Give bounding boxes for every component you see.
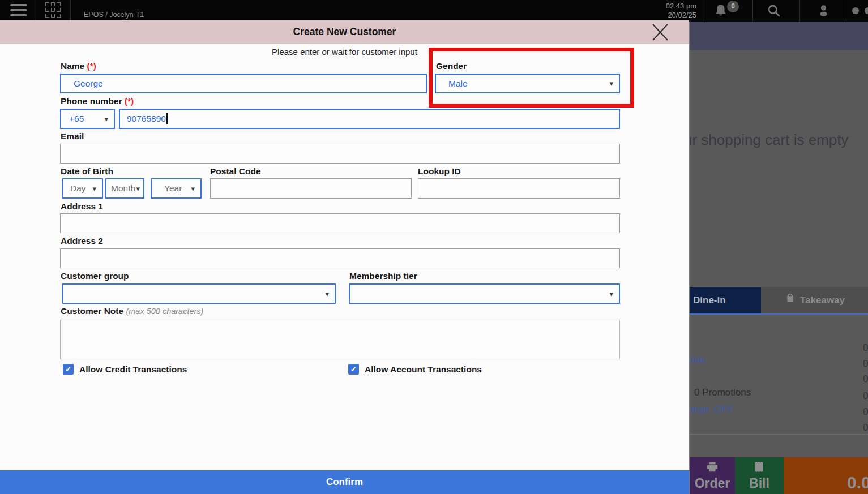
topbar-divider [799, 0, 800, 22]
notification-badge: 0 [727, 1, 739, 12]
chevron-down-icon: ▾ [609, 79, 613, 88]
user-account-icon[interactable] [816, 3, 831, 20]
membership-tier-label: Membership tier [349, 271, 417, 281]
tab-takeaway-label: Takeaway [800, 287, 845, 313]
more-options-icon[interactable] [852, 7, 859, 14]
customer-group-label: Customer group [61, 271, 129, 281]
topbar-divider [704, 0, 704, 22]
check-icon: ✓ [65, 364, 72, 373]
dob-day-select[interactable]: Day ▾ [62, 178, 103, 199]
phone-label: Phone number (*) [61, 96, 134, 106]
postal-code-input[interactable] [210, 178, 412, 199]
lookup-id-input[interactable] [418, 178, 620, 199]
cart-divider [690, 434, 868, 435]
email-input[interactable] [60, 144, 620, 164]
address2-label: Address 2 [61, 236, 103, 246]
promotions-text[interactable]: 0 Promotions [694, 387, 751, 398]
pay-button[interactable]: 0.0 [784, 457, 868, 494]
cart-amount: 0 [863, 390, 868, 402]
address1-input[interactable] [60, 213, 620, 233]
more-options-icon[interactable] [865, 7, 868, 14]
allow-credit-label: Allow Credit Transactions [79, 364, 187, 375]
chevron-down-icon: ▾ [191, 184, 195, 193]
cart-empty-message: ur shopping cart is empty [689, 131, 848, 149]
required-mark: (*) [125, 96, 134, 106]
apps-grid-icon[interactable] [45, 2, 63, 20]
shopping-cart-panel: ur shopping cart is empty Dine-in Takeaw… [689, 22, 868, 494]
promo-code-link[interactable]: ode [690, 354, 705, 366]
customer-group-select[interactable]: ▾ [62, 283, 336, 304]
cart-amount: 0 [863, 373, 868, 385]
required-mark: (*) [87, 61, 96, 71]
chevron-down-icon: ▾ [92, 184, 96, 193]
tab-dine-in[interactable]: Dine-in [690, 287, 761, 313]
order-type-tabs: Dine-in Takeaway [690, 287, 868, 315]
gender-select[interactable]: Male ▾ [435, 74, 620, 93]
lookup-id-label: Lookup ID [418, 166, 461, 177]
service-charge-link[interactable]: arge: OFF [690, 404, 733, 415]
takeaway-bag-icon [785, 287, 796, 313]
receipt-icon [752, 461, 766, 475]
bill-button[interactable]: Bill [735, 457, 784, 494]
allow-account-checkbox[interactable]: ✓ [348, 364, 359, 375]
cart-amount: 0 [863, 358, 868, 370]
cart-amount: 0 [863, 406, 868, 418]
email-label: Email [61, 131, 84, 141]
date-text: 20/02/25 [651, 11, 696, 20]
topbar-divider [36, 0, 36, 22]
top-bar: EPOS / Jocelyn-T1 02:43 pm 20/02/25 0 [0, 0, 868, 22]
phone-input[interactable]: 90765890 [119, 109, 620, 129]
dob-month-select[interactable]: Month ▾ [105, 178, 144, 199]
name-label: Name (*) [61, 61, 96, 71]
clock: 02:43 pm 20/02/25 [651, 2, 696, 20]
customer-note-label: Customer Note (max 500 characters) [61, 306, 203, 316]
tab-takeaway[interactable]: Takeaway [761, 287, 868, 313]
chevron-down-icon: ▾ [609, 290, 613, 298]
note-hint: (max 500 characters) [126, 307, 203, 316]
modal-title: Create New Customer [0, 20, 689, 44]
allow-account-label: Allow Account Transactions [365, 364, 482, 375]
chevron-down-icon: ▾ [104, 115, 108, 123]
chevron-down-icon: ▾ [136, 184, 140, 193]
allow-credit-checkbox[interactable]: ✓ [63, 364, 74, 375]
address1-label: Address 1 [61, 201, 103, 212]
cart-panel-header [690, 22, 868, 50]
topbar-divider [846, 0, 846, 22]
hamburger-menu-icon[interactable] [10, 4, 27, 19]
gender-value: Male [442, 79, 468, 89]
check-icon: ✓ [350, 364, 357, 373]
pay-amount: 0.0 [847, 473, 868, 492]
country-code-select[interactable]: +65 ▾ [60, 109, 115, 129]
order-button-label: Order [695, 476, 730, 491]
dob-label: Date of Birth [61, 166, 113, 177]
membership-tier-select[interactable]: ▾ [349, 283, 620, 304]
dob-year-select[interactable]: Year ▾ [151, 178, 202, 199]
customer-note-textarea[interactable] [60, 320, 620, 359]
modal-header: Create New Customer [0, 20, 689, 44]
breadcrumb: EPOS / Jocelyn-T1 [84, 11, 144, 19]
country-code-value: +65 [67, 114, 84, 124]
notification-bell-icon[interactable] [713, 3, 728, 20]
search-icon[interactable] [767, 3, 781, 20]
close-icon[interactable] [649, 22, 672, 42]
topbar-divider [70, 0, 71, 22]
cart-amount: 0 [863, 342, 868, 354]
confirm-button[interactable]: Confirm [0, 470, 689, 494]
time-text: 02:43 pm [651, 2, 696, 11]
chevron-down-icon: ▾ [325, 290, 329, 298]
order-button[interactable]: Order [690, 457, 735, 494]
create-customer-form: Please enter or wait for customer input … [0, 44, 689, 470]
form-subtitle: Please enter or wait for customer input [0, 47, 689, 57]
address2-input[interactable] [60, 248, 620, 268]
name-input[interactable]: George [60, 74, 427, 93]
bill-button-label: Bill [749, 476, 769, 491]
postal-code-label: Postal Code [210, 166, 261, 177]
cart-amount: 0 [863, 422, 868, 433]
topbar-divider [752, 0, 753, 22]
text-cursor [166, 113, 168, 124]
printer-icon [705, 461, 719, 475]
gender-label: Gender [436, 61, 467, 71]
